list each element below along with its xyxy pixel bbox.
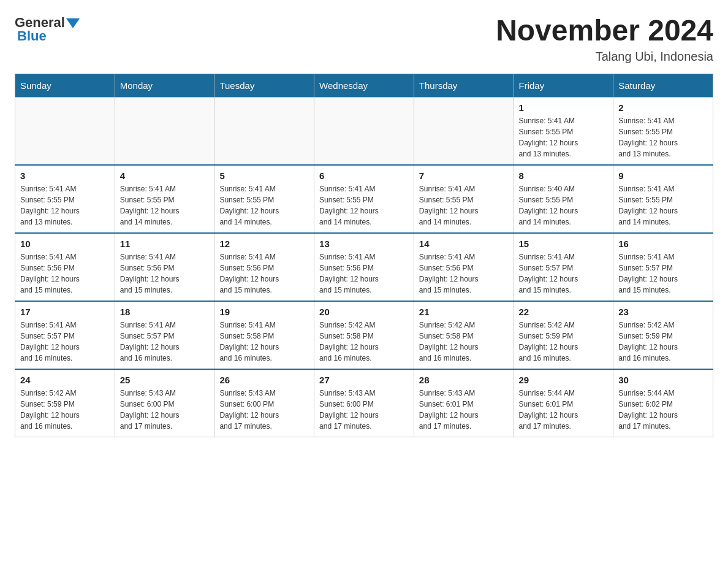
svg-marker-0	[66, 18, 80, 28]
table-row: 14Sunrise: 5:41 AMSunset: 5:56 PMDayligh…	[414, 233, 514, 301]
day-info: Sunrise: 5:41 AMSunset: 5:55 PMDaylight:…	[419, 183, 509, 228]
day-number: 28	[419, 375, 509, 385]
day-number: 12	[219, 239, 309, 249]
day-info: Sunrise: 5:41 AMSunset: 5:55 PMDaylight:…	[319, 183, 409, 228]
day-info: Sunrise: 5:41 AMSunset: 5:55 PMDaylight:…	[120, 183, 210, 228]
day-info: Sunrise: 5:43 AMSunset: 6:00 PMDaylight:…	[219, 388, 309, 432]
calendar-week-row: 10Sunrise: 5:41 AMSunset: 5:56 PMDayligh…	[15, 233, 713, 301]
col-friday: Friday	[514, 74, 613, 97]
day-number: 13	[319, 239, 409, 249]
col-sunday: Sunday	[15, 74, 115, 97]
logo-blue-text: Blue	[17, 28, 47, 44]
col-tuesday: Tuesday	[214, 74, 314, 97]
day-number: 5	[219, 170, 309, 181]
table-row: 24Sunrise: 5:42 AMSunset: 5:59 PMDayligh…	[15, 369, 115, 437]
calendar-table: Sunday Monday Tuesday Wednesday Thursday…	[15, 74, 713, 437]
day-info: Sunrise: 5:42 AMSunset: 5:59 PMDaylight:…	[618, 320, 708, 364]
day-info: Sunrise: 5:41 AMSunset: 5:57 PMDaylight:…	[120, 320, 210, 364]
table-row: 17Sunrise: 5:41 AMSunset: 5:57 PMDayligh…	[15, 301, 115, 369]
location-label: Talang Ubi, Indonesia	[496, 50, 713, 64]
day-number: 11	[120, 239, 210, 249]
day-number: 6	[319, 170, 409, 181]
day-info: Sunrise: 5:43 AMSunset: 6:00 PMDaylight:…	[120, 388, 210, 432]
day-number: 7	[419, 170, 509, 181]
day-info: Sunrise: 5:41 AMSunset: 5:56 PMDaylight:…	[219, 251, 309, 296]
day-info: Sunrise: 5:41 AMSunset: 5:56 PMDaylight:…	[20, 251, 110, 296]
table-row	[15, 97, 115, 165]
table-row: 28Sunrise: 5:43 AMSunset: 6:01 PMDayligh…	[414, 369, 514, 437]
day-number: 16	[618, 239, 708, 249]
logo: General Blue	[15, 15, 80, 44]
logo-triangle-icon	[66, 16, 80, 29]
table-row: 18Sunrise: 5:41 AMSunset: 5:57 PMDayligh…	[115, 301, 214, 369]
table-row: 8Sunrise: 5:40 AMSunset: 5:55 PMDaylight…	[514, 165, 613, 233]
calendar-week-row: 17Sunrise: 5:41 AMSunset: 5:57 PMDayligh…	[15, 301, 713, 369]
day-number: 15	[519, 239, 609, 249]
day-info: Sunrise: 5:41 AMSunset: 5:55 PMDaylight:…	[219, 183, 309, 228]
day-info: Sunrise: 5:44 AMSunset: 6:01 PMDaylight:…	[519, 388, 609, 432]
day-number: 17	[20, 307, 110, 317]
col-saturday: Saturday	[613, 74, 713, 97]
day-info: Sunrise: 5:41 AMSunset: 5:57 PMDaylight:…	[519, 251, 609, 296]
table-row: 30Sunrise: 5:44 AMSunset: 6:02 PMDayligh…	[613, 369, 713, 437]
table-row: 4Sunrise: 5:41 AMSunset: 5:55 PMDaylight…	[115, 165, 214, 233]
day-number: 9	[618, 170, 708, 181]
day-info: Sunrise: 5:43 AMSunset: 6:00 PMDaylight:…	[319, 388, 409, 432]
day-number: 27	[319, 375, 409, 385]
table-row: 7Sunrise: 5:41 AMSunset: 5:55 PMDaylight…	[414, 165, 514, 233]
day-info: Sunrise: 5:42 AMSunset: 5:59 PMDaylight:…	[20, 388, 110, 432]
table-row	[115, 97, 214, 165]
table-row: 15Sunrise: 5:41 AMSunset: 5:57 PMDayligh…	[514, 233, 613, 301]
table-row: 25Sunrise: 5:43 AMSunset: 6:00 PMDayligh…	[115, 369, 214, 437]
day-info: Sunrise: 5:42 AMSunset: 5:59 PMDaylight:…	[519, 320, 609, 364]
day-number: 8	[519, 170, 609, 181]
day-info: Sunrise: 5:41 AMSunset: 5:55 PMDaylight:…	[618, 183, 708, 228]
table-row: 5Sunrise: 5:41 AMSunset: 5:55 PMDaylight…	[214, 165, 314, 233]
day-number: 23	[618, 307, 708, 317]
table-row	[214, 97, 314, 165]
table-row: 20Sunrise: 5:42 AMSunset: 5:58 PMDayligh…	[314, 301, 414, 369]
day-number: 19	[219, 307, 309, 317]
col-thursday: Thursday	[414, 74, 514, 97]
day-number: 20	[319, 307, 409, 317]
table-row: 29Sunrise: 5:44 AMSunset: 6:01 PMDayligh…	[514, 369, 613, 437]
col-wednesday: Wednesday	[314, 74, 414, 97]
calendar-week-row: 24Sunrise: 5:42 AMSunset: 5:59 PMDayligh…	[15, 369, 713, 437]
day-info: Sunrise: 5:43 AMSunset: 6:01 PMDaylight:…	[419, 388, 509, 432]
day-info: Sunrise: 5:41 AMSunset: 5:57 PMDaylight:…	[20, 320, 110, 364]
day-info: Sunrise: 5:40 AMSunset: 5:55 PMDaylight:…	[519, 183, 609, 228]
table-row: 6Sunrise: 5:41 AMSunset: 5:55 PMDaylight…	[314, 165, 414, 233]
day-number: 3	[20, 170, 110, 181]
day-number: 4	[120, 170, 210, 181]
day-info: Sunrise: 5:42 AMSunset: 5:58 PMDaylight:…	[319, 320, 409, 364]
table-row: 2Sunrise: 5:41 AMSunset: 5:55 PMDaylight…	[613, 97, 713, 165]
table-row: 1Sunrise: 5:41 AMSunset: 5:55 PMDaylight…	[514, 97, 613, 165]
day-number: 30	[618, 375, 708, 385]
calendar-week-row: 3Sunrise: 5:41 AMSunset: 5:55 PMDaylight…	[15, 165, 713, 233]
calendar-week-row: 1Sunrise: 5:41 AMSunset: 5:55 PMDaylight…	[15, 97, 713, 165]
table-row: 27Sunrise: 5:43 AMSunset: 6:00 PMDayligh…	[314, 369, 414, 437]
table-row: 22Sunrise: 5:42 AMSunset: 5:59 PMDayligh…	[514, 301, 613, 369]
table-row: 11Sunrise: 5:41 AMSunset: 5:56 PMDayligh…	[115, 233, 214, 301]
page-header: General Blue November 2024 Talang Ubi, I…	[15, 15, 713, 64]
day-number: 14	[419, 239, 509, 249]
month-title: November 2024	[496, 15, 713, 47]
day-number: 18	[120, 307, 210, 317]
day-info: Sunrise: 5:41 AMSunset: 5:55 PMDaylight:…	[519, 115, 609, 159]
day-info: Sunrise: 5:41 AMSunset: 5:57 PMDaylight:…	[618, 251, 708, 296]
table-row: 23Sunrise: 5:42 AMSunset: 5:59 PMDayligh…	[613, 301, 713, 369]
day-number: 25	[120, 375, 210, 385]
day-number: 1	[519, 102, 609, 113]
title-area: November 2024 Talang Ubi, Indonesia	[496, 15, 713, 64]
col-monday: Monday	[115, 74, 214, 97]
day-info: Sunrise: 5:41 AMSunset: 5:56 PMDaylight:…	[419, 251, 509, 296]
table-row: 13Sunrise: 5:41 AMSunset: 5:56 PMDayligh…	[314, 233, 414, 301]
day-info: Sunrise: 5:41 AMSunset: 5:56 PMDaylight:…	[120, 251, 210, 296]
day-info: Sunrise: 5:42 AMSunset: 5:58 PMDaylight:…	[419, 320, 509, 364]
day-number: 26	[219, 375, 309, 385]
table-row	[414, 97, 514, 165]
day-number: 29	[519, 375, 609, 385]
day-number: 21	[419, 307, 509, 317]
day-info: Sunrise: 5:41 AMSunset: 5:55 PMDaylight:…	[20, 183, 110, 228]
table-row: 19Sunrise: 5:41 AMSunset: 5:58 PMDayligh…	[214, 301, 314, 369]
